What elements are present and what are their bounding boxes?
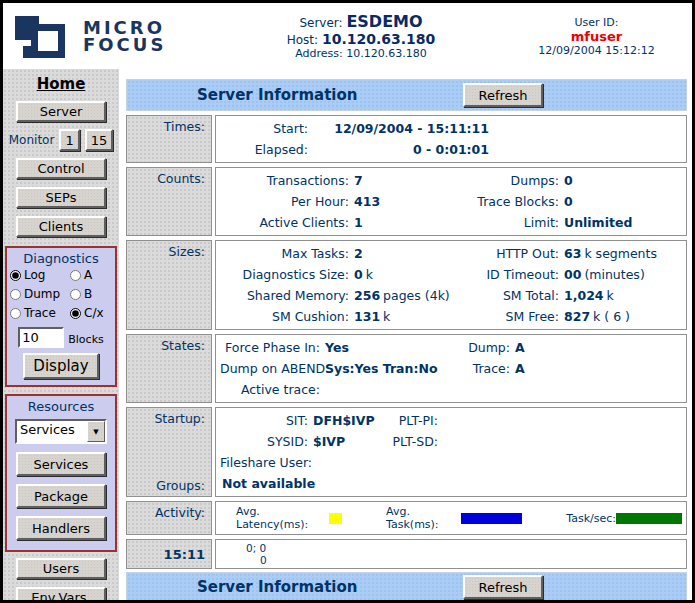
monitor-label: Monitor: [9, 133, 55, 147]
field-value: DFH$IVP: [308, 410, 383, 431]
field-value: 00: [564, 267, 581, 282]
address-label: Address:: [295, 47, 343, 60]
field-label: Transactions:: [220, 170, 349, 191]
radio-dump-input[interactable]: [10, 289, 21, 300]
control-button[interactable]: Control: [16, 158, 106, 179]
startup-row: SIT: DFH$IVP PLT-PI:: [220, 410, 682, 431]
envvars-button[interactable]: Env.Vars.: [16, 587, 106, 600]
radio-log-input[interactable]: [10, 270, 21, 281]
blocks-label: Blocks: [68, 333, 103, 348]
logo-word-2: FOCUS: [83, 36, 166, 53]
radio-cx-label: C/x: [84, 306, 104, 320]
field-label: Max Tasks:: [220, 243, 349, 264]
blocks-row: Blocks: [18, 327, 103, 348]
monitor-15-button[interactable]: 15: [85, 129, 114, 151]
radio-b[interactable]: B: [70, 287, 112, 301]
tasksec-swatch-icon: [616, 513, 682, 524]
task-swatch-icon: [461, 513, 523, 524]
field-value: [438, 431, 682, 452]
app-window: MICRO FOCUS Server: ESDEMO Host: 10.120.…: [0, 0, 695, 603]
resources-dropdown[interactable]: Services ▼: [15, 419, 107, 444]
field-label: HTTP Out:: [464, 243, 559, 264]
monitor-1-button[interactable]: 1: [59, 129, 79, 151]
times-label: Times:: [126, 115, 212, 163]
home-link[interactable]: Home: [37, 75, 86, 93]
refresh-button-bottom[interactable]: Refresh: [463, 575, 543, 599]
sizes-section: Sizes: Max Tasks: 2 HTTP Out: 63k segmen…: [126, 240, 687, 330]
radio-dump-label: Dump: [24, 287, 60, 301]
radio-a-input[interactable]: [70, 270, 81, 281]
states-section: States: Force Phase In: Yes Dump: A Dump…: [126, 334, 687, 403]
legend-item: Task/sec:: [566, 512, 682, 525]
micro-focus-logo-icon: [13, 12, 75, 60]
legend-item: Avg. Task(ms):: [386, 505, 522, 531]
counts-label: Counts:: [126, 167, 212, 236]
server-button[interactable]: Server: [16, 101, 106, 122]
radio-trace-input[interactable]: [10, 308, 21, 319]
resources-dropdown-value: Services: [17, 421, 87, 442]
page-title: Server Information: [197, 86, 357, 104]
legend-label: Avg. Latency(ms):: [236, 505, 329, 531]
field-value: 0: [354, 267, 363, 282]
start-label: Start:: [220, 118, 308, 139]
page-header: MICRO FOCUS Server: ESDEMO Host: 10.120.…: [3, 3, 692, 69]
services-button[interactable]: Services: [16, 452, 106, 476]
radio-trace[interactable]: Trace: [10, 306, 70, 320]
history-line: 0; 0: [220, 542, 682, 554]
times-section: Times: Start: 12/09/2004 - 15:11:11 Elap…: [126, 115, 687, 163]
field-label: SM Total:: [464, 285, 559, 306]
field-value: 63: [564, 246, 581, 261]
radio-log-label: Log: [24, 268, 45, 282]
diagnostics-group: Diagnostics Log A Dump B: [5, 246, 117, 387]
server-identity: Server: ESDEMO Host: 10.120.63.180 Addre…: [213, 12, 509, 60]
handlers-button[interactable]: Handlers: [16, 516, 106, 540]
field-label: Limit:: [464, 212, 559, 233]
radio-cx[interactable]: C/x: [70, 306, 112, 320]
login-timestamp: 12/09/2004 15:12:12: [509, 44, 684, 57]
activity-legend: Avg. Latency(ms): Avg. Task(ms): Task/se…: [215, 501, 687, 535]
startup-row: SYSID: $IVP PLT-SD:: [220, 431, 682, 452]
dropdown-arrow-icon[interactable]: ▼: [87, 421, 105, 442]
field-value: [308, 452, 383, 473]
server-information-footer: Server Information Refresh: [126, 572, 687, 600]
startup-label: Startup:: [154, 411, 205, 426]
display-button[interactable]: Display: [23, 353, 99, 379]
field-value: [320, 379, 445, 400]
field-value: 256: [354, 288, 380, 303]
states-row: Force Phase In: Yes Dump: A: [220, 337, 682, 358]
elapsed-label: Elapsed:: [220, 139, 308, 160]
host-label: Host:: [287, 33, 318, 47]
field-label: SM Free:: [464, 306, 559, 327]
radio-log[interactable]: Log: [10, 268, 70, 282]
field-value: 2: [354, 246, 363, 261]
radio-a[interactable]: A: [70, 268, 112, 282]
counts-row: Transactions: 7 Dumps: 0: [220, 170, 682, 191]
field-value: 7: [349, 170, 464, 191]
micro-focus-logo: MICRO FOCUS: [13, 12, 213, 60]
seps-button[interactable]: SEPs: [16, 187, 106, 208]
field-label: PLT-PI:: [383, 410, 438, 431]
package-button[interactable]: Package: [16, 484, 106, 508]
users-button[interactable]: Users: [16, 558, 106, 579]
field-label: Trace:: [445, 358, 510, 379]
radio-b-label: B: [84, 287, 92, 301]
states-row: Active trace:: [220, 379, 682, 400]
field-value: 131: [354, 309, 380, 324]
clients-button[interactable]: Clients: [16, 216, 106, 237]
times-row: Elapsed: 0 - 0:01:01: [220, 139, 682, 160]
field-suffix: k segments: [584, 246, 657, 261]
refresh-button-top[interactable]: Refresh: [463, 83, 543, 107]
field-label: Dumps:: [464, 170, 559, 191]
radio-cx-input[interactable]: [70, 308, 81, 319]
radio-dump[interactable]: Dump: [10, 287, 70, 301]
resources-group: Resources Services ▼ Services Package Ha…: [5, 394, 117, 552]
field-value: Sys:Yes Tran:No: [320, 358, 445, 379]
field-suffix: k ( 6 ): [593, 309, 630, 324]
field-value: A: [510, 358, 682, 379]
radio-b-input[interactable]: [70, 289, 81, 300]
logo-square-small: [23, 46, 35, 58]
field-label: Dump:: [445, 337, 510, 358]
field-suffix: k: [383, 309, 390, 324]
startup-groups-label: Startup: Groups:: [126, 407, 212, 497]
blocks-input[interactable]: [18, 327, 64, 348]
